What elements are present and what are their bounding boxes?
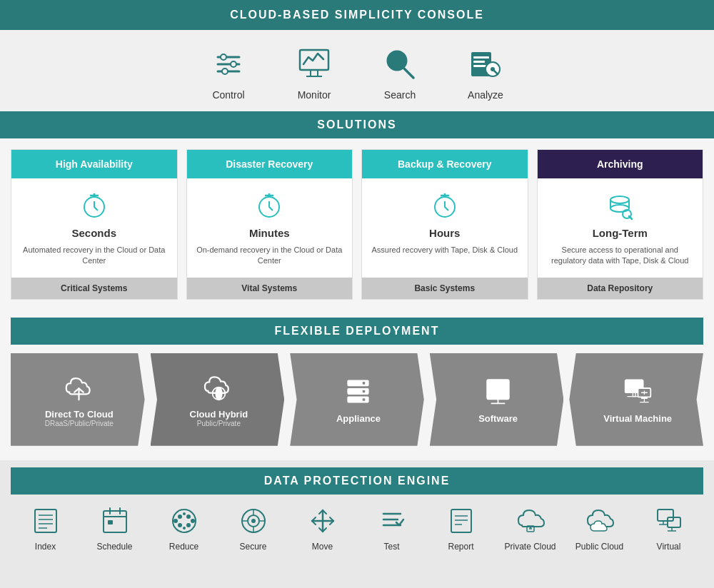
- dr-body: Minutes On-demand recovery in the Cloud …: [187, 178, 353, 278]
- public-cloud-label: Public Cloud: [575, 542, 623, 552]
- ha-clock-icon: [78, 189, 110, 221]
- svg-point-5: [222, 69, 228, 74]
- dpe-item-test[interactable]: Test: [365, 505, 418, 552]
- monitor-label: Monitor: [298, 89, 331, 101]
- svg-line-33: [629, 216, 632, 219]
- arch-desc: Secure access to operational and regulat…: [545, 245, 696, 267]
- dpe-item-schedule[interactable]: Schedule: [88, 505, 141, 552]
- reduce-label: Reduce: [169, 542, 198, 552]
- dpe-item-public-cloud[interactable]: Public Cloud: [573, 505, 626, 552]
- report-label: Report: [448, 542, 473, 552]
- svg-point-68: [178, 514, 182, 519]
- console-item-analyze[interactable]: Analyze: [464, 44, 507, 101]
- br-clock-icon: [428, 189, 461, 221]
- dpe-header: DATA PROTECTION ENGINE: [11, 467, 703, 495]
- dr-footer: Vital Systems: [187, 278, 353, 299]
- deployment-items: Direct To Cloud DRaaS/Public/Private Clo…: [11, 353, 703, 446]
- svg-rect-15: [473, 65, 487, 67]
- console-item-search[interactable]: Search: [378, 44, 421, 101]
- dpe-item-private-cloud[interactable]: Private Cloud: [503, 505, 557, 552]
- dpe-item-index[interactable]: Index: [19, 505, 72, 552]
- search-label: Search: [384, 89, 416, 101]
- arch-header: Archiving: [538, 150, 703, 178]
- dr-clock-icon: [253, 189, 286, 221]
- dr-time: Minutes: [249, 227, 290, 239]
- cloud-upload-icon: [61, 371, 97, 403]
- private-cloud-icon: [514, 505, 546, 537]
- console-item-monitor[interactable]: Monitor: [293, 44, 336, 101]
- svg-point-18: [491, 67, 495, 71]
- solution-card-arch: Archiving Long-Term Secure access to ope…: [537, 149, 704, 300]
- virtual-icon: [653, 505, 685, 537]
- arch-body: Long-Term Secure access to operational a…: [538, 178, 703, 278]
- arch-db-icon: [604, 189, 636, 221]
- dpe-title: DATA PROTECTION ENGINE: [264, 475, 451, 487]
- schedule-label: Schedule: [96, 542, 132, 552]
- svg-rect-54: [641, 397, 648, 400]
- br-time: Hours: [429, 227, 460, 239]
- arch-footer: Data Repository: [538, 278, 703, 299]
- svg-rect-40: [348, 397, 369, 403]
- arch-time: Long-Term: [593, 227, 648, 239]
- dpe-section: DATA PROTECTION ENGINE Index: [0, 460, 714, 562]
- deployment-section: FLEXIBLE DEPLOYMENT Direct To Cloud DRaa…: [0, 310, 714, 460]
- dpe-item-reduce[interactable]: Reduce: [157, 505, 211, 552]
- svg-point-70: [174, 519, 178, 523]
- control-icon: [207, 44, 250, 83]
- report-icon: [445, 505, 477, 537]
- svg-point-3: [221, 54, 226, 60]
- br-desc: Assured recovery with Tape, Disk & Cloud: [371, 245, 518, 255]
- public-cloud-icon: [583, 505, 615, 537]
- svg-point-69: [186, 514, 191, 519]
- svg-rect-57: [35, 510, 56, 532]
- dr-desc: On-demand recovery in the Cloud or Data …: [194, 245, 346, 267]
- deploy-item-hybrid[interactable]: Cloud Hybrid Public/Private: [151, 353, 285, 446]
- reduce-icon: [168, 505, 200, 537]
- svg-rect-95: [658, 510, 673, 521]
- br-footer: Basic Systems: [362, 278, 528, 299]
- header-title: CLOUD-BASED SIMPLICITY CONSOLE: [230, 9, 484, 21]
- monitor-icon: [293, 44, 336, 83]
- ha-header: High Availability: [11, 150, 177, 178]
- private-cloud-label: Private Cloud: [504, 542, 555, 552]
- svg-point-75: [183, 527, 186, 529]
- console-section: Control Monitor Search: [0, 30, 714, 111]
- svg-rect-42: [363, 390, 366, 393]
- svg-rect-13: [473, 56, 489, 59]
- move-icon: [306, 505, 338, 537]
- solution-card-br: Backup & Recovery Hours Assured recovery…: [361, 149, 528, 300]
- hybrid-sublabel: Public/Private: [197, 420, 241, 427]
- dpe-item-move[interactable]: Move: [296, 505, 349, 552]
- dpe-item-report[interactable]: Report: [434, 505, 488, 552]
- software-icon: [481, 375, 516, 407]
- cloud-sublabel: DRaaS/Public/Private: [45, 420, 114, 427]
- svg-rect-43: [363, 399, 366, 402]
- secure-icon: [237, 505, 269, 537]
- deploy-item-appliance[interactable]: Appliance: [290, 353, 424, 446]
- svg-point-71: [191, 519, 195, 523]
- appliance-label: Appliance: [336, 413, 381, 424]
- console-item-control[interactable]: Control: [207, 44, 250, 101]
- appliance-icon: [341, 375, 376, 407]
- hybrid-label: Cloud Hybrid: [190, 409, 248, 420]
- deploy-item-cloud[interactable]: Direct To Cloud DRaaS/Public/Private: [11, 353, 145, 446]
- svg-point-72: [178, 523, 182, 527]
- deploy-item-software[interactable]: Software: [430, 353, 564, 446]
- dr-header: Disaster Recovery: [187, 150, 353, 178]
- vm-label: Virtual Machine: [603, 413, 672, 424]
- search-icon: [378, 44, 421, 83]
- svg-line-11: [403, 68, 413, 78]
- deploy-item-vm[interactable]: Virtual Machine: [569, 353, 703, 446]
- dpe-item-secure[interactable]: Secure: [226, 505, 280, 552]
- svg-point-73: [186, 523, 191, 527]
- svg-point-28: [610, 196, 629, 203]
- ha-time: Seconds: [71, 227, 116, 239]
- schedule-icon: [99, 505, 131, 537]
- ha-desc: Automated recovery in the Cloud or Data …: [19, 245, 170, 267]
- dpe-items: Index Schedule: [11, 505, 703, 552]
- dpe-item-virtual[interactable]: Virtual: [642, 505, 695, 552]
- cloud-hybrid-icon: [201, 371, 236, 403]
- control-label: Control: [212, 89, 244, 101]
- cloud-label: Direct To Cloud: [45, 409, 114, 420]
- ha-footer: Critical Systems: [11, 278, 177, 299]
